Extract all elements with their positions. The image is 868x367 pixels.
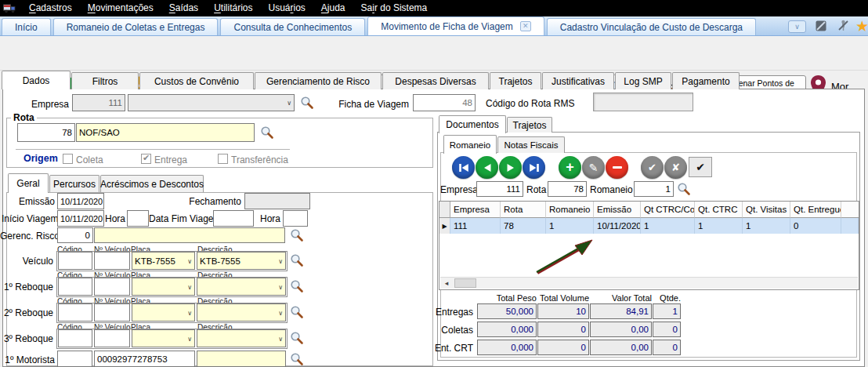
- ficha-de-viagem-field[interactable]: 48: [413, 94, 476, 111]
- romaneio-empresa-field[interactable]: 111: [476, 181, 523, 197]
- scroll-thumb[interactable]: [454, 278, 476, 288]
- docs-edit-button[interactable]: ✎: [582, 156, 605, 179]
- tab-inicio[interactable]: Início: [2, 18, 51, 35]
- tab-romaneio-de-coletas-e-entregas[interactable]: Romaneio de Coletas e Entregas: [53, 18, 219, 35]
- tab-consulta-de-conhecimentos[interactable]: Consulta de Conhecimentos: [220, 18, 365, 35]
- veiculo-codigo-field[interactable]: [58, 252, 92, 270]
- menu-cadastros[interactable]: Cadastros: [21, 0, 80, 16]
- tab-trajetos[interactable]: Trajetos: [507, 117, 552, 133]
- grid-col-empresa[interactable]: Empresa: [450, 202, 501, 218]
- 1-reboque-nveiculo-field[interactable]: [94, 278, 130, 296]
- menu-usuarios[interactable]: Usuários: [260, 0, 313, 16]
- reboque1-search-icon[interactable]: [290, 279, 304, 293]
- tab-gerenciamento-de-risco[interactable]: Gerenciamento de Risco: [255, 72, 382, 89]
- veiculo-placa-combo[interactable]: KTB-7555∨: [132, 252, 195, 270]
- motorista-codigo-field[interactable]: [57, 351, 92, 367]
- tab-geral[interactable]: Geral: [8, 173, 49, 193]
- grid-col-rota[interactable]: Rota: [501, 202, 546, 218]
- tab-romaneio[interactable]: Romaneio: [443, 135, 497, 154]
- favorite-star-icon[interactable]: ★: [855, 17, 868, 35]
- docs-prev-record-button[interactable]: [476, 156, 498, 179]
- unpin-icon[interactable]: [837, 20, 849, 32]
- tab-pagamento[interactable]: Pagamento: [672, 72, 740, 89]
- menu-ajuda[interactable]: Ajuda: [313, 0, 353, 16]
- checkbox-coleta[interactable]: [63, 154, 73, 164]
- rota-combo[interactable]: NOF/SAO: [76, 123, 255, 142]
- motorista-combo[interactable]: [197, 351, 286, 367]
- menu-saidas[interactable]: Saídas: [161, 0, 206, 16]
- romaneio-filter-search-icon[interactable]: [677, 182, 691, 196]
- docs-last-record-button[interactable]: [523, 156, 545, 179]
- checkbox-entrega[interactable]: ✔: [141, 154, 151, 164]
- grid-col-emissao[interactable]: Emissão: [594, 202, 641, 218]
- scroll-left-button[interactable]: ◂: [440, 278, 453, 289]
- docs-first-record-button[interactable]: [452, 156, 475, 179]
- rota-code-field[interactable]: 78: [17, 123, 75, 142]
- codigo-rota-rms-field[interactable]: [593, 93, 693, 111]
- gerenc-risco-search-icon[interactable]: [290, 228, 304, 242]
- veiculo-descricao-combo[interactable]: KTB-7555∨: [197, 252, 286, 270]
- tab-percursos[interactable]: Percursos: [49, 175, 99, 192]
- hora-inicio-field[interactable]: [127, 210, 149, 227]
- 3-reboque-nveiculo-field[interactable]: [94, 329, 130, 347]
- 3-reboque-descricao-combo[interactable]: ∨: [197, 329, 286, 347]
- menu-utilitarios[interactable]: Utilitários: [206, 0, 260, 16]
- tab-justificativas[interactable]: Justificativas: [542, 72, 614, 89]
- veiculo-search-icon[interactable]: [290, 253, 304, 267]
- grid-row[interactable]: ▶11178110/11/20201110: [439, 218, 859, 234]
- grid-col-qt-ctrc-col[interactable]: Qt CTRC/Col: [641, 202, 695, 218]
- gerenc-risco-field[interactable]: 0: [57, 227, 93, 243]
- docs-delete-button[interactable]: [606, 156, 628, 179]
- 2-reboque-nveiculo-field[interactable]: [94, 303, 130, 322]
- menu-movimentacoes[interactable]: Movimentações: [80, 0, 161, 16]
- 3-reboque-codigo-field[interactable]: [58, 329, 92, 347]
- empresa-combo[interactable]: ∨: [128, 94, 295, 111]
- 1-reboque-descricao-combo[interactable]: ∨: [197, 278, 286, 296]
- rota-search-icon[interactable]: [260, 125, 274, 140]
- 2-reboque-placa-combo[interactable]: ∨: [132, 303, 195, 322]
- docs-confirm-button[interactable]: ✔: [641, 156, 664, 179]
- tab-despesas-diversas[interactable]: Despesas Diversas: [382, 72, 489, 89]
- grid-col-qt-visitas[interactable]: Qt. Visitas: [743, 202, 790, 218]
- motorista-search-icon[interactable]: [290, 352, 304, 366]
- veiculo-nveiculo-field[interactable]: [94, 252, 130, 270]
- tab-trajetos[interactable]: Trajetos: [490, 72, 541, 89]
- tab-custos-de-convenio[interactable]: Custos de Convênio: [139, 72, 254, 89]
- gerenc-risco-combo[interactable]: [94, 227, 285, 243]
- tab-filtros[interactable]: Filtros: [71, 72, 139, 89]
- docs-add-button[interactable]: +: [559, 156, 581, 179]
- docs-next-record-button[interactable]: [499, 156, 522, 179]
- tab-dados[interactable]: Dados: [2, 71, 71, 89]
- 2-reboque-descricao-combo[interactable]: ∨: [197, 303, 286, 322]
- reboque2-search-icon[interactable]: [290, 305, 304, 319]
- tab-close-icon[interactable]: ✕: [520, 21, 531, 31]
- 1-reboque-codigo-field[interactable]: [58, 278, 92, 296]
- tab-acrescimos-e-descontos[interactable]: Acréscimos e Descontos: [100, 175, 204, 192]
- emissao-field[interactable]: 10/11/2020: [57, 193, 104, 209]
- hora-fim-field[interactable]: [283, 210, 308, 227]
- inicio-viagem-field[interactable]: 10/11/2020: [57, 210, 104, 227]
- fechamento-field[interactable]: [244, 193, 310, 209]
- 3-reboque-placa-combo[interactable]: ∨: [132, 329, 195, 347]
- romaneio-rota-field[interactable]: 78: [548, 181, 587, 197]
- tab-notas-fiscais[interactable]: Notas Fiscais: [497, 136, 565, 153]
- docs-cancel-button[interactable]: ✘: [664, 156, 687, 179]
- empresa-field[interactable]: 111: [72, 94, 125, 111]
- reboque3-search-icon[interactable]: [290, 331, 304, 345]
- menu-sair-do-sistema[interactable]: Sair do Sistema: [353, 0, 436, 16]
- checkbox-transferencia[interactable]: [218, 154, 228, 164]
- close-window-icon[interactable]: [815, 20, 827, 32]
- 2-reboque-codigo-field[interactable]: [58, 303, 92, 322]
- tab-log-smp[interactable]: Log SMP: [615, 72, 671, 89]
- tab-movimento-de-ficha-de-viagem[interactable]: Movimento de Ficha de Viagem✕: [367, 16, 544, 35]
- grid-col-qt-ctrc[interactable]: Qt. CTRC: [695, 202, 743, 218]
- data-fim-viagem-field[interactable]: [213, 210, 254, 227]
- 1-reboque-placa-combo[interactable]: ∨: [132, 278, 195, 296]
- empresa-search-icon[interactable]: [300, 96, 314, 110]
- grid-col-qt-entregue[interactable]: Qt. Entregue: [790, 202, 841, 218]
- grid-col-romaneio[interactable]: Romaneio: [546, 202, 594, 218]
- romaneio-romaneio-field[interactable]: 1: [634, 181, 674, 197]
- grid-hscrollbar[interactable]: ◂: [440, 277, 858, 289]
- tab-list-chevron-button[interactable]: ∨: [788, 20, 806, 33]
- tab-documentos[interactable]: Documentos: [439, 115, 506, 133]
